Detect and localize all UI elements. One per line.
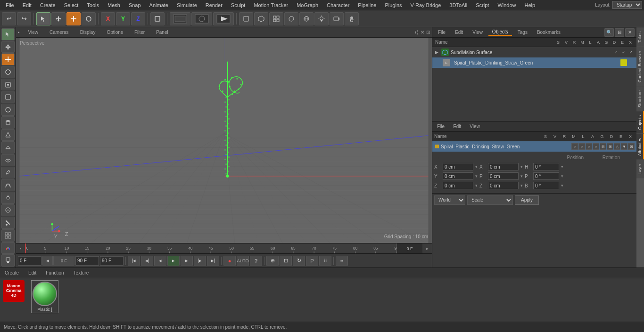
y-axis-button[interactable]: Y (116, 12, 130, 25)
attr-ctrl-3[interactable]: ○ (586, 143, 592, 150)
options-tab[interactable]: Options (104, 29, 125, 36)
record-btn[interactable]: ● (223, 256, 236, 266)
next-keyframe-btn[interactable]: |▸ (194, 256, 206, 266)
prev-play-btn[interactable]: ◂ (154, 256, 166, 266)
objects-view-tab[interactable]: View (469, 29, 487, 36)
redo-button[interactable]: ↪ (17, 12, 31, 25)
next-play-btn[interactable]: ▸ (181, 256, 193, 266)
menu-pipeline[interactable]: Pipeline (354, 1, 380, 9)
objects-objects-tab[interactable]: Objects (488, 28, 512, 36)
coord-z-pos[interactable] (443, 182, 473, 189)
menu-vray[interactable]: V-Ray Bridge (407, 1, 445, 9)
layout-select[interactable]: Startup (612, 1, 642, 9)
menu-sculpt[interactable]: Sculpt (227, 1, 249, 9)
attr-ctrl-5[interactable]: ⊟ (600, 143, 606, 150)
prev-frame-btn[interactable]: ◂ (42, 256, 53, 266)
tool-move[interactable] (1, 41, 15, 53)
coord-y-rot[interactable] (488, 172, 519, 180)
mat-edit-tab[interactable]: Edit (25, 269, 39, 276)
tool-magnet[interactable] (1, 242, 15, 254)
prev-keyframe-btn[interactable]: ◂| (141, 256, 153, 266)
scale-dropdown[interactable]: Scale Absolute Scale (467, 195, 513, 205)
vert-tab-attributes[interactable]: Attributes (636, 134, 644, 160)
menu-plugins[interactable]: Plugins (381, 1, 405, 9)
vert-tab-takes[interactable]: Takes (636, 27, 644, 47)
rotate-key-btn[interactable]: ↻ (293, 256, 305, 266)
menu-window[interactable]: Window (494, 1, 520, 9)
attr-edit-tab[interactable]: Edit (450, 123, 464, 130)
tool-sculpt[interactable] (1, 204, 15, 217)
perspective-button[interactable] (254, 12, 268, 25)
tool-cylinder[interactable] (1, 116, 15, 129)
attr-ctrl-7[interactable]: △ (614, 143, 620, 150)
display-tab[interactable]: Display (77, 29, 99, 36)
coord-y-pos[interactable] (443, 172, 473, 180)
tool-pointer[interactable] (1, 28, 15, 40)
menu-mograph[interactable]: MoGraph (293, 1, 322, 9)
tool-pen[interactable] (1, 167, 15, 179)
timeline-end-btn[interactable]: ▸ (426, 246, 429, 251)
coord-z-rot[interactable] (488, 182, 519, 189)
x-axis-button[interactable]: X (101, 12, 115, 25)
attr-row[interactable]: Spiral_Plastic_Drinking_Straw_Green ○ ○ … (432, 141, 636, 152)
z-axis-button[interactable]: Z (131, 12, 145, 25)
attr-view-tab[interactable]: View (467, 123, 483, 130)
tool-torus[interactable] (1, 154, 15, 166)
menu-character[interactable]: Character (323, 1, 353, 9)
view-tab[interactable]: View (25, 29, 41, 36)
tool-scale[interactable] (1, 53, 15, 65)
obj-s-ctrl[interactable]: ✓ (613, 50, 619, 55)
render-button[interactable] (213, 12, 234, 25)
mat-function-tab[interactable]: Function (43, 269, 66, 276)
keys-btn[interactable]: ⠿ (319, 256, 331, 266)
cameras-tab[interactable]: Cameras (47, 29, 72, 36)
world-dropdown[interactable]: World Object Camera (434, 195, 465, 205)
coord-x-pos[interactable] (443, 163, 473, 170)
timeline-ruler[interactable]: 0 5 10 15 20 25 30 35 (25, 243, 396, 253)
attr-ctrl-2[interactable]: ○ (578, 143, 585, 150)
light-button[interactable] (314, 12, 329, 25)
apply-button[interactable]: Apply (515, 195, 539, 205)
panel-tab[interactable]: Panel (153, 29, 171, 36)
vert-tab-layer[interactable]: Layer (636, 160, 644, 178)
menu-help[interactable]: Help (521, 1, 539, 9)
objects-filter-btn[interactable]: ⊟ (615, 28, 624, 37)
coord-h-val[interactable] (533, 163, 559, 170)
goto-start-btn[interactable]: |◂ (128, 256, 140, 266)
motion-clip-btn[interactable]: ▪▪ (336, 256, 348, 266)
menu-edit[interactable]: Edit (19, 1, 35, 9)
motion-path-btn[interactable]: ? (250, 256, 262, 266)
coord-x-rot[interactable] (488, 163, 519, 170)
shading-button[interactable] (284, 12, 298, 25)
menu-script[interactable]: Script (472, 1, 493, 9)
attr-file-tab[interactable]: File (434, 123, 447, 130)
frame-start-input[interactable] (18, 256, 41, 266)
four-view-button[interactable] (269, 12, 283, 25)
move-key-btn[interactable]: ⊕ (266, 256, 279, 266)
tool-brush[interactable] (1, 217, 15, 229)
tool-joint[interactable] (1, 192, 15, 204)
menu-3dtoall[interactable]: 3DToAll (446, 1, 471, 9)
attr-ctrl-1[interactable]: ○ (571, 143, 578, 150)
tool-grid[interactable] (1, 229, 15, 242)
tool-transform[interactable] (1, 79, 15, 91)
objects-edit-tab[interactable]: Edit (451, 29, 467, 36)
camera-button[interactable] (330, 12, 344, 25)
tool-rotate[interactable] (1, 66, 15, 78)
scale-tool-button[interactable] (66, 12, 81, 25)
tool-cone[interactable] (1, 129, 15, 141)
vert-tab-structure[interactable]: Structure (636, 86, 644, 112)
render-view-button[interactable] (191, 12, 212, 25)
menu-tools[interactable]: Tools (83, 1, 103, 9)
undo-button[interactable]: ↩ (2, 12, 16, 25)
mat-texture-tab[interactable]: Texture (71, 269, 92, 276)
coord-p-val[interactable] (533, 172, 559, 180)
obj-check[interactable]: ✓ (628, 50, 635, 55)
objects-bookmarks-tab[interactable]: Bookmarks (533, 29, 564, 36)
tool-sphere[interactable] (1, 104, 15, 116)
table-row[interactable]: L Spiral_Plastic_Drinking_Straw_Green (432, 57, 636, 68)
vert-tab-objects[interactable]: Objects (636, 111, 644, 134)
menu-select[interactable]: Select (60, 1, 83, 9)
lamp-button[interactable] (345, 12, 359, 25)
menu-create[interactable]: Create (36, 1, 59, 9)
